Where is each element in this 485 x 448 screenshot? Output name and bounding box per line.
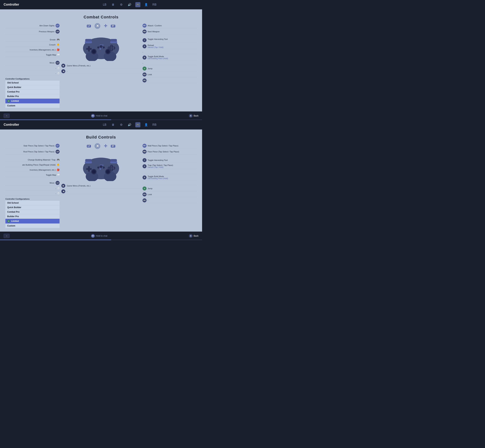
binding-move-2: Move LS [5,180,60,186]
chat-text-1: Hold to chat [96,114,107,117]
move-label-2: Move [50,182,55,184]
combat-controls-section: Combat Controls Aim Down Sights LT Previ… [0,9,202,112]
combat-left-panel: Aim Down Sights LT Previous Weapon LB Em… [5,23,60,108]
back-b-badge-2: B [189,234,193,238]
start-badge-2: ▶ [61,184,65,188]
nav-bar-1: Controller LB 🖥 ⚙ 🔊 🎮 👤 RB [0,0,202,9]
x-icon: ✕ [95,23,100,29]
config-quick-builder-1[interactable]: Quick Builder [5,85,60,89]
svg-point-17 [106,50,110,53]
build-left-panel: Stair Piece (Tap Select / Tap Place) LT … [5,143,60,228]
combat-title: Combat Controls [5,15,197,19]
nav-controller[interactable]: 🎮 [135,2,140,7]
chat-area-1: RT Hold to chat [91,114,107,118]
rb-extra3 [143,181,197,185]
rb-attack: RT Attack / Confirm [143,23,197,28]
lt-trigger-2: LT [87,145,91,148]
svg-point-48 [100,165,103,168]
nav-display-2[interactable]: 🖥 [110,122,115,127]
binding-prev-weapon: Previous Weapon LB [5,29,60,34]
nav-profile-2[interactable]: 👤 [144,122,149,127]
chat-area-2: RT Hold to chat [91,234,107,238]
config-limited-1[interactable]: A Limited [5,99,60,103]
lt-badge: LT [56,24,60,28]
build-right-panel: RT Wall Piece (Tap Select / Tap Place) R… [143,143,197,203]
minus-btn-2[interactable]: − [4,234,9,238]
stair-label: Stair Piece (Tap Select / Tap Place) [24,145,55,147]
nav-controller-2[interactable]: 🎮 [135,122,140,127]
svg-point-47 [97,167,99,169]
binding-emote: Emote 🎮 [5,38,60,42]
nav-settings[interactable]: ⚙ [119,2,124,7]
roof-label: Roof Piece (Tap Select / Tap Place) [23,151,55,153]
nav-audio[interactable]: 🔊 [127,2,132,7]
svg-text:X: X [108,47,110,49]
nav-lb-2[interactable]: LB [102,122,107,127]
nav-icons: LB 🖥 ⚙ 🔊 🎮 👤 RB [102,2,157,7]
interact-label-2: Interact (Tap / Hold) [148,166,173,168]
config-builder-pro-1[interactable]: Builder Pro [5,94,60,98]
emote-label: Emote [50,39,56,41]
back-btn-2[interactable]: B Back [189,234,198,238]
combat-layout: Aim Down Sights LT Previous Weapon LB Em… [5,23,197,108]
toggle-map-icon-2: 🗺 [57,174,60,176]
nav-lb[interactable]: LB [102,2,107,7]
repair-label: ate Building Piece (Tap)/Repair (Hold) [22,164,56,166]
nav-audio-2[interactable]: 🔊 [127,122,132,127]
a-badge-2r: A [143,186,146,191]
extra1-icon: ⏱ [57,67,60,70]
edit-label-2: Edit Building Piece (Hold) [148,177,168,179]
y-badge: Y [143,38,146,42]
config-old-school-1[interactable]: Old School [5,81,60,85]
nav-display[interactable]: 🖥 [110,2,115,7]
config-quick-builder-2[interactable]: Quick Builder [5,205,60,209]
chat-rt-badge-2: RT [91,234,95,238]
binding-repair: ate Building Piece (Tap)/Repair (Hold) 🐥 [5,163,60,167]
back-btn-1[interactable]: B Back [189,114,198,118]
progress-bar-wrap-1 [0,120,202,120]
config-limited-2[interactable]: A Limited [5,219,60,224]
rs-badge-2: RS [143,192,146,196]
binding-change-mat: Change Building Material / Trap 🎮 [5,158,60,162]
r2-label-2: - [148,199,148,201]
svg-rect-45 [85,159,92,162]
build-layout: Stair Piece (Tap Select / Tap Place) LT … [5,143,197,228]
x-badge-2: X [143,164,146,168]
binding-extra3: - ⏱ [5,186,60,191]
a-badge-2: A [7,220,10,223]
binding-extra2: - ⏱ [5,71,60,76]
minus-btn-1[interactable]: − [4,114,9,118]
extra2-icon: ⏱ [57,72,60,75]
rb-badge-r: RB [143,30,146,33]
svg-point-49 [103,167,105,169]
config-custom-1[interactable]: Custom [5,104,60,108]
app-title-2: Controller [4,123,19,127]
svg-rect-5 [86,48,92,50]
svg-text:B: B [113,167,114,169]
jump-label-2: Jump [148,187,153,190]
app-title: Controller [4,3,19,7]
config-combat-pro-1[interactable]: Combat Pro [5,90,60,94]
rb-r2-2: R2 - [143,198,197,203]
svg-rect-21 [110,39,117,41]
extra4-icon: ⏱ [57,192,60,195]
config-old-school-2[interactable]: Old School [5,201,60,205]
config-builder-pro-2[interactable]: Builder Pro [5,214,60,219]
lb-badge-2: LB [56,150,60,154]
build-controls-section: Build Controls Stair Piece (Tap Select /… [0,129,202,232]
binding-toggle-map-2: Toggle Map 🗺 [5,173,60,177]
binding-stair: Stair Piece (Tap Select / Tap Place) LT [5,143,60,148]
progress-bar-wrap-2 [0,240,202,240]
svg-rect-20 [85,39,92,41]
rb-floor: RB Floor Piece (Tap Select / Tap Place) [143,149,197,154]
nav-profile[interactable]: 👤 [144,2,149,7]
configs-label-2: Controller Configurations [5,198,60,200]
config-custom-2[interactable]: Custom [5,224,60,228]
rb-look: RS Look [143,72,197,77]
config-combat-pro-2[interactable]: Combat Pro [5,210,60,214]
nav-rb-2[interactable]: RB [152,122,157,127]
nav-settings-2[interactable]: ⚙ [119,122,124,127]
inventory-icon: 🎒 [57,48,60,51]
rt-trigger: RT [111,25,115,27]
nav-rb[interactable]: RB [152,2,157,7]
